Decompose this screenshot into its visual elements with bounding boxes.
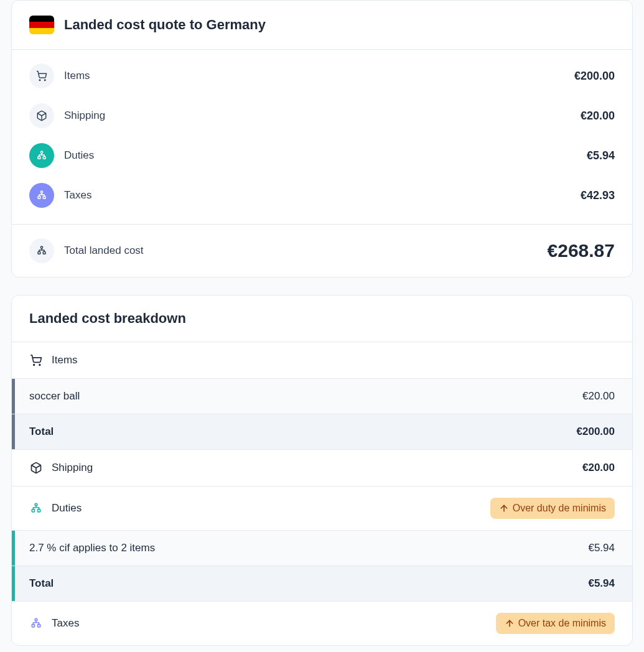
svg-point-1 xyxy=(45,80,46,81)
duties-label-bd: Duties xyxy=(52,502,482,515)
svg-point-13 xyxy=(39,365,40,366)
cart-icon xyxy=(29,63,54,88)
total-section: Total landed cost €268.87 xyxy=(12,224,632,277)
items-total-value: €200.00 xyxy=(577,426,615,438)
breakdown-taxes-header: Taxes Over tax de minimis xyxy=(12,602,632,645)
taxes-de-minimis-badge: Over tax de minimis xyxy=(496,613,615,634)
taxes-icon xyxy=(29,617,43,630)
summary-row-shipping: Shipping €20.00 xyxy=(29,96,615,136)
breakdown-shipping-row: Shipping €20.00 xyxy=(12,450,632,487)
germany-flag-icon xyxy=(29,16,54,34)
breakdown-card: Landed cost breakdown Items soccer ball … xyxy=(11,295,633,646)
shipping-value-bd: €20.00 xyxy=(582,462,615,474)
total-icon xyxy=(29,238,54,263)
shipping-label: Shipping xyxy=(64,109,581,122)
breakdown-items-header: Items xyxy=(12,342,632,379)
taxes-badge-text: Over tax de minimis xyxy=(518,618,606,629)
svg-point-12 xyxy=(34,365,35,366)
duties-de-minimis-badge: Over duty de minimis xyxy=(490,498,615,519)
item-name: soccer ball xyxy=(29,390,582,403)
arrow-up-icon xyxy=(499,503,509,513)
taxes-label-bd: Taxes xyxy=(52,617,487,630)
items-total-label: Total xyxy=(29,426,577,438)
breakdown-items-total-row: Total €200.00 xyxy=(12,414,632,450)
summary-row-duties: Duties €5.94 xyxy=(29,136,615,175)
breakdown-duties-header: Duties Over duty de minimis xyxy=(12,487,632,531)
quote-card: Landed cost quote to Germany Items €200.… xyxy=(11,0,633,277)
quote-title: Landed cost quote to Germany xyxy=(64,17,266,33)
quote-summary: Items €200.00 Shipping €20.00 Duties €5.… xyxy=(12,50,632,224)
quote-header: Landed cost quote to Germany xyxy=(12,1,632,50)
arrow-up-icon xyxy=(505,618,515,628)
duties-detail-value: €5.94 xyxy=(588,542,615,554)
duties-label: Duties xyxy=(64,149,587,162)
taxes-label: Taxes xyxy=(64,189,581,202)
breakdown-duties-detail-row: 2.7 % cif applies to 2 items €5.94 xyxy=(12,531,632,566)
breakdown-item-row: soccer ball €20.00 xyxy=(12,379,632,414)
breakdown-title: Landed cost breakdown xyxy=(29,310,615,327)
duties-value: €5.94 xyxy=(587,149,615,162)
duties-badge-text: Over duty de minimis xyxy=(513,503,606,514)
duties-icon xyxy=(29,501,43,515)
svg-point-0 xyxy=(39,80,40,81)
total-label: Total landed cost xyxy=(64,244,548,257)
item-value: €20.00 xyxy=(582,390,615,403)
duties-total-value: €5.94 xyxy=(588,577,615,590)
items-label: Items xyxy=(64,70,574,82)
cart-icon xyxy=(29,353,43,367)
items-value: €200.00 xyxy=(574,70,615,83)
breakdown-header: Landed cost breakdown xyxy=(12,296,632,342)
summary-row-taxes: Taxes €42.93 xyxy=(29,175,615,215)
duties-detail: 2.7 % cif applies to 2 items xyxy=(29,542,588,554)
taxes-value: €42.93 xyxy=(581,189,615,202)
taxes-icon xyxy=(29,183,54,208)
box-icon xyxy=(29,103,54,128)
shipping-value: €20.00 xyxy=(581,109,615,123)
duties-icon xyxy=(29,143,54,168)
items-section-label: Items xyxy=(52,354,615,366)
shipping-label-bd: Shipping xyxy=(52,462,574,474)
total-value: €268.87 xyxy=(548,240,615,261)
summary-row-items: Items €200.00 xyxy=(29,56,615,96)
breakdown-duties-total-row: Total €5.94 xyxy=(12,566,632,602)
duties-total-label: Total xyxy=(29,577,588,590)
box-icon xyxy=(29,461,43,475)
